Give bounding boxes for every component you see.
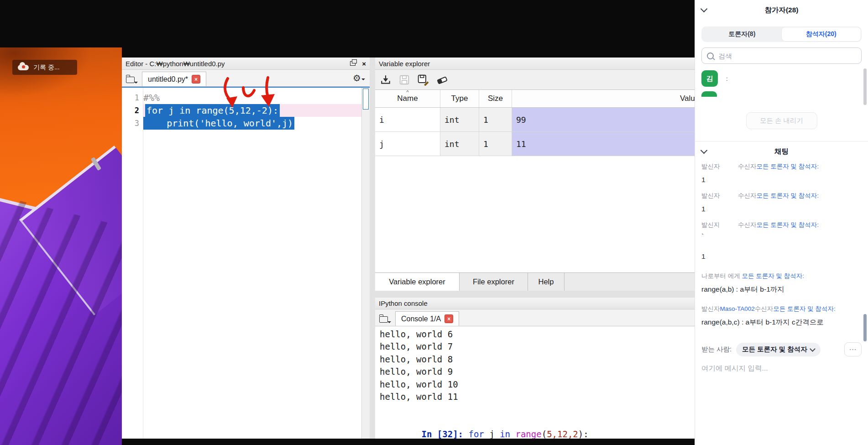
chat-scrollbar-thumb[interactable] xyxy=(863,314,867,341)
column-header-size[interactable]: Size xyxy=(479,90,512,107)
umbrella-folds xyxy=(0,189,122,445)
selected-code: print('hello, world',j) xyxy=(143,117,294,130)
participants-header: 참가자(28) xyxy=(695,0,868,20)
collapse-participants-chevron-icon[interactable] xyxy=(701,5,708,13)
editor-scrollbar[interactable] xyxy=(361,88,370,439)
browse-consoles-button[interactable] xyxy=(375,312,392,326)
variables-table: ^ Name Type Size Value i int 1 99 xyxy=(375,89,695,156)
message-header: 발신자 수신자 모든 토론자 및 참석자: xyxy=(701,162,862,171)
save-data-as-icon[interactable] xyxy=(417,74,429,86)
tab-panelists[interactable]: 토론자(8) xyxy=(702,27,782,41)
close-pane-icon[interactable]: × xyxy=(362,60,366,67)
chat-message: 나로부터 에게 모든 토론자 및 참석자: range(a,b) : a부터 b… xyxy=(701,272,862,294)
sender-label: 발신지 xyxy=(701,221,738,229)
console-input-line: In [32]: for j in range(5,12,2): xyxy=(380,416,695,439)
code-editor[interactable]: 1 2 3 #%% for j in range(5,12,-2): print… xyxy=(122,87,370,439)
participants-segmented-control: 토론자(8) 참석자(20) xyxy=(701,26,862,42)
builtin-range: range xyxy=(515,429,541,439)
value-header-label: Value xyxy=(680,94,695,103)
participant-row[interactable]: 김 : xyxy=(695,69,868,88)
column-header-value[interactable]: Value xyxy=(512,90,695,107)
ipython-console-pane: IPython console Console 1/A × hello, wor… xyxy=(375,298,695,439)
var-type-cell: int xyxy=(440,132,479,156)
recording-label: 기록 중... xyxy=(33,63,60,72)
code-line-3: print('hello, world',j) xyxy=(143,117,361,130)
message-header: 나로부터 에게 모든 토론자 및 참석자: xyxy=(701,272,862,280)
name-header-label: Name xyxy=(397,94,418,103)
code-text: ): xyxy=(578,429,589,439)
arrow-to-12 xyxy=(243,88,254,96)
variable-explorer-pane: Variable explorer xyxy=(375,58,695,291)
console-tab-label: Console 1/A xyxy=(401,315,441,323)
options-gear-icon[interactable]: ⚙ xyxy=(353,73,365,84)
var-name-cell: i xyxy=(375,108,440,131)
editor-title-bar: Editor - C:₩python₩untitled0.py × xyxy=(122,58,370,70)
arrowhead-5 xyxy=(226,96,237,108)
more-options-button[interactable]: ⋯ xyxy=(844,342,862,356)
search-icon xyxy=(707,52,714,59)
message-body: 1 xyxy=(701,204,862,214)
variables-table-header: ^ Name Type Size Value xyxy=(375,89,695,108)
tab-close-icon[interactable]: × xyxy=(192,75,200,84)
type-header-label: Type xyxy=(451,94,468,103)
meeting-side-panel: 참가자(28) 토론자(8) 참석자(20) 김 : 모든 손 내리기 채팅 발… xyxy=(695,0,868,445)
undock-icon[interactable] xyxy=(350,61,356,66)
receiver-label: 수신자 xyxy=(738,221,757,229)
bottom-black-strip xyxy=(122,439,695,445)
var-size-cell: 1 xyxy=(479,108,512,131)
line-number-current: 2 xyxy=(135,104,139,117)
console-blank-line xyxy=(380,403,695,415)
audience-link: 모든 토론자 및 참석자: xyxy=(773,305,836,313)
editor-scrollbar-thumb[interactable] xyxy=(363,89,369,110)
message-input[interactable]: 여기에 메시지 입력... xyxy=(701,364,862,373)
save-data-icon[interactable] xyxy=(398,74,410,86)
sender-name-link: Maso-TA002 xyxy=(720,305,755,312)
tab-variable-explorer[interactable]: Variable explorer xyxy=(375,273,460,291)
avatar: 김 xyxy=(701,70,718,87)
editor-title: Editor - C:₩python₩untitled0.py xyxy=(125,60,225,68)
code-text xyxy=(510,429,515,439)
code-text: ( xyxy=(542,429,547,439)
browse-tabs-button[interactable] xyxy=(122,73,138,86)
editor-pane: Editor - C:₩python₩untitled0.py × untitl… xyxy=(122,58,370,439)
chat-header: 채팅 xyxy=(695,141,868,162)
sender-label: 나로부터 에게 xyxy=(701,272,742,280)
variable-explorer-title: Variable explorer xyxy=(379,60,430,68)
search-input[interactable] xyxy=(717,52,847,60)
number-args: 5,12,2 xyxy=(547,429,578,439)
cell-comment: #%% xyxy=(143,92,160,103)
editor-tab-untitled0[interactable]: untitled0.py* × xyxy=(142,72,206,86)
table-row[interactable]: i int 1 99 xyxy=(375,108,695,132)
collapse-chat-chevron-icon[interactable] xyxy=(701,147,708,154)
remove-variables-eraser-icon[interactable] xyxy=(436,74,449,86)
sender-label: 발신자 xyxy=(701,305,720,313)
sort-caret-icon: ^ xyxy=(406,90,408,95)
column-header-type[interactable]: Type xyxy=(440,90,479,107)
variable-explorer-toolbar xyxy=(375,70,695,89)
participant-search[interactable] xyxy=(701,47,862,64)
participants-scrollbar-thumb[interactable] xyxy=(863,68,867,105)
tab-close-icon[interactable]: × xyxy=(444,314,453,323)
console-output[interactable]: hello, world 6 hello, world 7 hello, wor… xyxy=(375,326,695,439)
tab-help[interactable]: Help xyxy=(528,273,565,291)
receiver-label: 수신자 xyxy=(755,305,774,313)
line-number: 3 xyxy=(135,117,139,130)
console-title: IPython console xyxy=(379,299,428,307)
import-data-icon[interactable] xyxy=(380,74,392,86)
var-size-cell: 1 xyxy=(479,132,512,156)
message-body: range(a,b) : a부터 b-1까지 xyxy=(701,285,862,294)
screen: 기록 중... Editor - C:₩python₩untitled0.py … xyxy=(0,0,868,445)
message-body: 1 xyxy=(701,252,862,261)
audience-dropdown[interactable]: 모든 토론자 및 참석자 xyxy=(736,343,821,356)
lower-all-hands-button[interactable]: 모든 손 내리기 xyxy=(746,112,817,129)
tab-attendees[interactable]: 참석자(20) xyxy=(782,27,861,41)
arrow-to-minus2 xyxy=(267,78,268,97)
message-body: ` xyxy=(701,232,862,241)
table-row[interactable]: j int 1 11 xyxy=(375,132,695,156)
console-output-line: hello, world 9 xyxy=(380,366,695,378)
console-tab-bar: Console 1/A × xyxy=(375,309,695,326)
column-header-name[interactable]: ^ Name xyxy=(375,90,440,107)
console-tab[interactable]: Console 1/A × xyxy=(395,311,459,326)
recipient-row: 받는 사람: 모든 토론자 및 참석자 ⋯ xyxy=(701,342,862,356)
tab-file-explorer[interactable]: File explorer xyxy=(460,273,528,291)
